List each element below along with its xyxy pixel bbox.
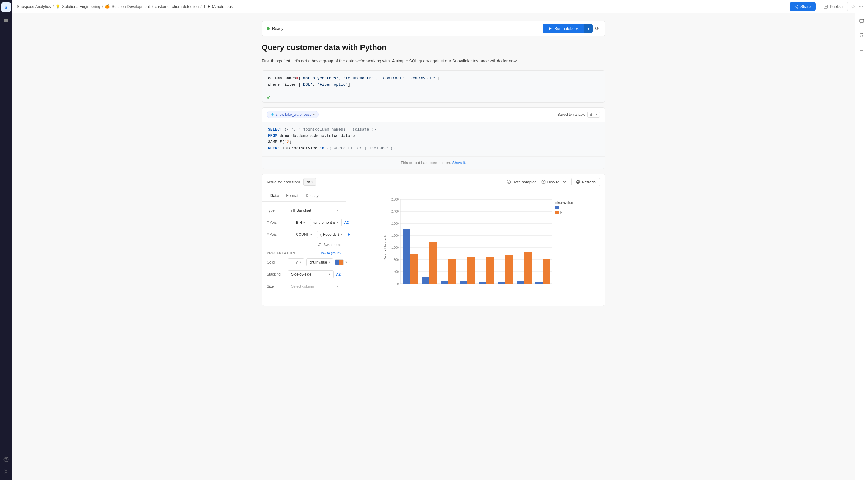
ycol-chevron: ▾ [341, 233, 342, 236]
breadcrumb-current: 1. EDA notebook [204, 4, 233, 9]
chart-type-selector[interactable]: Bar chart ▾ [288, 207, 341, 214]
publish-label: Publish [830, 4, 843, 9]
svg-text:?: ? [5, 458, 7, 461]
svg-rect-20 [291, 233, 294, 236]
svg-rect-0 [4, 19, 8, 20]
tab-format[interactable]: Format [282, 190, 302, 202]
viz-refresh-button[interactable]: Refresh [571, 178, 600, 186]
type-label: Type [267, 208, 288, 213]
stacking-sort-az[interactable]: AZ [336, 272, 341, 277]
code-content[interactable]: column_names=['monthlycharges', 'tenurem… [262, 70, 605, 93]
xaxis-label: X Axis [267, 220, 288, 224]
presentation-label: PRESENTATION [267, 251, 295, 255]
code-success-indicator: ✔ [262, 93, 605, 102]
svg-text:?: ? [543, 181, 545, 184]
swap-axes-label: Swap axes [323, 243, 341, 247]
data-sampled-button[interactable]: i Data sampled [507, 180, 536, 184]
status-refresh-button[interactable]: ⟳ [594, 24, 600, 33]
svg-text:2,800: 2,800 [391, 198, 399, 201]
breadcrumb-root[interactable]: Subspace Analytics [17, 4, 51, 9]
config-stacking-row: Stacking Side-by-side ▾ AZ [267, 270, 341, 278]
svg-text:2,000: 2,000 [391, 222, 399, 225]
breadcrumb-sep-4: / [200, 4, 202, 9]
svg-text:0: 0 [560, 211, 562, 214]
svg-point-7 [797, 7, 798, 8]
bar-6-blue [498, 282, 505, 284]
viz-var-selector[interactable]: df ▾ [304, 178, 316, 186]
xcol-chevron: ▾ [337, 221, 338, 224]
var-badge[interactable]: df ▾ [587, 112, 600, 118]
color-value-container: # ▾ churnvalue ▾ [288, 259, 347, 266]
svg-rect-18 [291, 221, 294, 224]
breadcrumb-emoji-1: 💡 [56, 4, 60, 9]
config-yaxis-row: Y Axis COUNT ▾ [267, 231, 341, 239]
sql-code-content[interactable]: SELECT {{ ', '.join(column_names) | sqls… [262, 122, 605, 156]
color-hash-selector[interactable]: # ▾ [288, 259, 304, 266]
tab-data[interactable]: Data [267, 190, 282, 202]
code-line-2: where_filter=['DSL', 'Fiber optic'] [268, 82, 599, 88]
breadcrumb-solution-dev[interactable]: Solution Development [112, 4, 150, 9]
color-col-selector[interactable]: churnvalue ▾ [306, 259, 334, 266]
sidebar-help-icon[interactable]: ? [1, 455, 11, 464]
cell-title: Query customer data with Python [261, 42, 605, 53]
how-to-group-link[interactable]: How to group? [319, 251, 341, 255]
xbin-chevron: ▾ [304, 221, 305, 224]
swap-axes-row[interactable]: Swap axes [267, 243, 341, 247]
show-it-link[interactable]: Show it. [453, 160, 466, 165]
bar-3-blue [441, 281, 448, 284]
publish-button[interactable]: Publish [818, 2, 848, 11]
svg-text:800: 800 [394, 258, 399, 262]
config-size-row: Size Select column ▾ [267, 282, 341, 290]
size-selector[interactable]: Select column ▾ [288, 282, 341, 290]
warehouse-selector[interactable]: ❄ snowflake_warehouse ▾ [267, 111, 318, 119]
star-icon[interactable]: ☆ [851, 3, 856, 10]
right-sidebar-align-icon[interactable] [857, 44, 866, 54]
share-label: Share [801, 4, 811, 9]
sql-cell-toolbar: ❄ snowflake_warehouse ▾ Saved to variabl… [262, 108, 605, 122]
breadcrumb-sep-3: / [152, 4, 153, 9]
color-label: Color [267, 260, 288, 264]
svg-point-5 [5, 471, 7, 473]
svg-point-6 [797, 5, 798, 6]
color-swatch[interactable] [335, 259, 344, 265]
chart-type-label: Bar chart [297, 208, 311, 213]
stacking-value: Side-by-side [291, 272, 311, 276]
tab-display[interactable]: Display [302, 190, 322, 202]
yaxis-label: Y Axis [267, 233, 288, 237]
bar-2-blue [422, 277, 429, 284]
run-dropdown-button[interactable]: ▾ [584, 24, 592, 33]
xbin-selector[interactable]: BIN ▾ [288, 218, 308, 227]
sidebar-settings-icon[interactable] [1, 467, 11, 476]
share-button[interactable]: Share [789, 2, 816, 11]
saved-var-label: Saved to variable [558, 113, 586, 117]
viz-tabs: Data Format Display [262, 190, 346, 202]
stacking-chevron: ▾ [329, 273, 330, 276]
viz-body: Data Format Display Type [262, 190, 605, 306]
ycol-label: Records [323, 233, 337, 237]
more-options-icon[interactable]: ··· [859, 3, 863, 10]
run-btn-group: Run notebook ▾ [543, 24, 592, 33]
svg-marker-10 [549, 27, 552, 30]
how-to-use-button[interactable]: ? How to use [541, 180, 567, 184]
ycol-selector[interactable]: (Records) ▾ [317, 231, 346, 239]
stacking-selector[interactable]: Side-by-side ▾ [288, 270, 334, 278]
breadcrumb-solutions-eng[interactable]: Solutions Engineering [62, 4, 100, 9]
viz-var-name: df [307, 180, 310, 184]
bar-1-blue [403, 230, 410, 284]
check-icon: ✔ [267, 95, 271, 100]
yagg-selector[interactable]: COUNT ▾ [288, 231, 315, 239]
presentation-header: PRESENTATION How to group? [267, 251, 341, 255]
right-sidebar-comment-icon[interactable] [857, 17, 866, 26]
svg-text:1: 1 [560, 206, 562, 210]
sidebar-menu-icon[interactable] [1, 16, 11, 25]
breadcrumb-churn[interactable]: customer churn detection [155, 4, 198, 9]
svg-text:2,400: 2,400 [391, 210, 399, 213]
svg-text:400: 400 [394, 270, 399, 273]
xcol-selector[interactable]: tenuremonths ▾ [310, 218, 342, 227]
run-notebook-button[interactable]: Run notebook [543, 24, 584, 33]
sql-line-4: WHERE internetservice in {{ where_filter… [268, 145, 599, 152]
bar-4-orange [467, 257, 475, 284]
yaxis-value-container: COUNT ▾ (Records) ▾ + [288, 231, 350, 239]
right-sidebar-delete-icon[interactable] [857, 31, 866, 40]
svg-rect-46 [860, 19, 864, 22]
